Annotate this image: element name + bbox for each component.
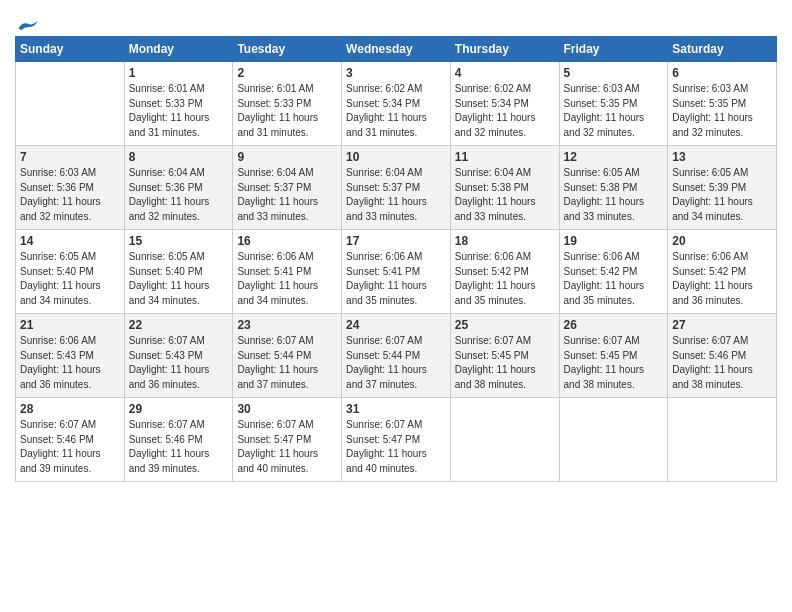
calendar-cell: 31Sunrise: 6:07 AMSunset: 5:47 PMDayligh… [342,398,451,482]
header-cell-friday: Friday [559,37,668,62]
calendar-cell: 13Sunrise: 6:05 AMSunset: 5:39 PMDayligh… [668,146,777,230]
day-info: Sunrise: 6:07 AMSunset: 5:44 PMDaylight:… [346,334,446,392]
day-number: 5 [564,66,664,80]
day-info: Sunrise: 6:05 AMSunset: 5:40 PMDaylight:… [129,250,229,308]
calendar-cell: 14Sunrise: 6:05 AMSunset: 5:40 PMDayligh… [16,230,125,314]
day-number: 2 [237,66,337,80]
day-number: 16 [237,234,337,248]
calendar-cell: 4Sunrise: 6:02 AMSunset: 5:34 PMDaylight… [450,62,559,146]
day-info: Sunrise: 6:06 AMSunset: 5:41 PMDaylight:… [237,250,337,308]
day-info: Sunrise: 6:05 AMSunset: 5:40 PMDaylight:… [20,250,120,308]
day-number: 15 [129,234,229,248]
day-info: Sunrise: 6:03 AMSunset: 5:35 PMDaylight:… [564,82,664,140]
day-number: 7 [20,150,120,164]
header-cell-monday: Monday [124,37,233,62]
calendar-cell: 5Sunrise: 6:03 AMSunset: 5:35 PMDaylight… [559,62,668,146]
day-number: 9 [237,150,337,164]
calendar-cell: 28Sunrise: 6:07 AMSunset: 5:46 PMDayligh… [16,398,125,482]
day-number: 1 [129,66,229,80]
day-info: Sunrise: 6:03 AMSunset: 5:36 PMDaylight:… [20,166,120,224]
calendar-cell: 30Sunrise: 6:07 AMSunset: 5:47 PMDayligh… [233,398,342,482]
day-number: 3 [346,66,446,80]
day-info: Sunrise: 6:06 AMSunset: 5:41 PMDaylight:… [346,250,446,308]
day-number: 4 [455,66,555,80]
calendar-cell: 11Sunrise: 6:04 AMSunset: 5:38 PMDayligh… [450,146,559,230]
day-number: 12 [564,150,664,164]
day-number: 28 [20,402,120,416]
calendar-cell: 19Sunrise: 6:06 AMSunset: 5:42 PMDayligh… [559,230,668,314]
calendar-cell [16,62,125,146]
week-row-1: 1Sunrise: 6:01 AMSunset: 5:33 PMDaylight… [16,62,777,146]
day-info: Sunrise: 6:07 AMSunset: 5:43 PMDaylight:… [129,334,229,392]
day-info: Sunrise: 6:06 AMSunset: 5:42 PMDaylight:… [564,250,664,308]
calendar-cell [450,398,559,482]
calendar-cell: 24Sunrise: 6:07 AMSunset: 5:44 PMDayligh… [342,314,451,398]
day-info: Sunrise: 6:07 AMSunset: 5:46 PMDaylight:… [672,334,772,392]
day-number: 26 [564,318,664,332]
calendar-cell: 22Sunrise: 6:07 AMSunset: 5:43 PMDayligh… [124,314,233,398]
day-number: 19 [564,234,664,248]
page-header [15,10,777,32]
calendar-body: 1Sunrise: 6:01 AMSunset: 5:33 PMDaylight… [16,62,777,482]
day-info: Sunrise: 6:01 AMSunset: 5:33 PMDaylight:… [237,82,337,140]
day-info: Sunrise: 6:04 AMSunset: 5:37 PMDaylight:… [346,166,446,224]
header-cell-tuesday: Tuesday [233,37,342,62]
calendar-cell: 6Sunrise: 6:03 AMSunset: 5:35 PMDaylight… [668,62,777,146]
day-number: 14 [20,234,120,248]
day-number: 30 [237,402,337,416]
day-info: Sunrise: 6:06 AMSunset: 5:42 PMDaylight:… [455,250,555,308]
calendar-cell: 3Sunrise: 6:02 AMSunset: 5:34 PMDaylight… [342,62,451,146]
day-number: 8 [129,150,229,164]
day-info: Sunrise: 6:04 AMSunset: 5:36 PMDaylight:… [129,166,229,224]
day-info: Sunrise: 6:07 AMSunset: 5:47 PMDaylight:… [346,418,446,476]
day-number: 6 [672,66,772,80]
day-number: 13 [672,150,772,164]
day-number: 22 [129,318,229,332]
day-info: Sunrise: 6:04 AMSunset: 5:37 PMDaylight:… [237,166,337,224]
logo [15,18,39,32]
day-info: Sunrise: 6:04 AMSunset: 5:38 PMDaylight:… [455,166,555,224]
day-number: 10 [346,150,446,164]
calendar-cell: 29Sunrise: 6:07 AMSunset: 5:46 PMDayligh… [124,398,233,482]
calendar-cell: 20Sunrise: 6:06 AMSunset: 5:42 PMDayligh… [668,230,777,314]
day-info: Sunrise: 6:07 AMSunset: 5:45 PMDaylight:… [564,334,664,392]
day-info: Sunrise: 6:05 AMSunset: 5:39 PMDaylight:… [672,166,772,224]
day-info: Sunrise: 6:03 AMSunset: 5:35 PMDaylight:… [672,82,772,140]
calendar-cell: 27Sunrise: 6:07 AMSunset: 5:46 PMDayligh… [668,314,777,398]
header-cell-wednesday: Wednesday [342,37,451,62]
calendar-cell: 10Sunrise: 6:04 AMSunset: 5:37 PMDayligh… [342,146,451,230]
day-number: 24 [346,318,446,332]
calendar-cell: 23Sunrise: 6:07 AMSunset: 5:44 PMDayligh… [233,314,342,398]
day-number: 11 [455,150,555,164]
day-info: Sunrise: 6:01 AMSunset: 5:33 PMDaylight:… [129,82,229,140]
calendar-cell: 21Sunrise: 6:06 AMSunset: 5:43 PMDayligh… [16,314,125,398]
calendar-header: SundayMondayTuesdayWednesdayThursdayFrid… [16,37,777,62]
calendar-cell: 2Sunrise: 6:01 AMSunset: 5:33 PMDaylight… [233,62,342,146]
calendar-cell: 7Sunrise: 6:03 AMSunset: 5:36 PMDaylight… [16,146,125,230]
calendar-cell: 17Sunrise: 6:06 AMSunset: 5:41 PMDayligh… [342,230,451,314]
day-number: 25 [455,318,555,332]
calendar-cell: 26Sunrise: 6:07 AMSunset: 5:45 PMDayligh… [559,314,668,398]
week-row-2: 7Sunrise: 6:03 AMSunset: 5:36 PMDaylight… [16,146,777,230]
calendar-cell: 9Sunrise: 6:04 AMSunset: 5:37 PMDaylight… [233,146,342,230]
day-number: 29 [129,402,229,416]
header-row: SundayMondayTuesdayWednesdayThursdayFrid… [16,37,777,62]
day-number: 23 [237,318,337,332]
day-info: Sunrise: 6:07 AMSunset: 5:46 PMDaylight:… [129,418,229,476]
day-number: 31 [346,402,446,416]
calendar-cell: 1Sunrise: 6:01 AMSunset: 5:33 PMDaylight… [124,62,233,146]
calendar-cell: 15Sunrise: 6:05 AMSunset: 5:40 PMDayligh… [124,230,233,314]
day-number: 27 [672,318,772,332]
day-number: 21 [20,318,120,332]
day-number: 20 [672,234,772,248]
calendar-cell [559,398,668,482]
day-number: 17 [346,234,446,248]
calendar-cell: 12Sunrise: 6:05 AMSunset: 5:38 PMDayligh… [559,146,668,230]
day-info: Sunrise: 6:07 AMSunset: 5:45 PMDaylight:… [455,334,555,392]
calendar-cell: 16Sunrise: 6:06 AMSunset: 5:41 PMDayligh… [233,230,342,314]
calendar-cell: 25Sunrise: 6:07 AMSunset: 5:45 PMDayligh… [450,314,559,398]
header-cell-thursday: Thursday [450,37,559,62]
day-info: Sunrise: 6:07 AMSunset: 5:47 PMDaylight:… [237,418,337,476]
logo-bird-icon [17,18,39,36]
header-cell-sunday: Sunday [16,37,125,62]
